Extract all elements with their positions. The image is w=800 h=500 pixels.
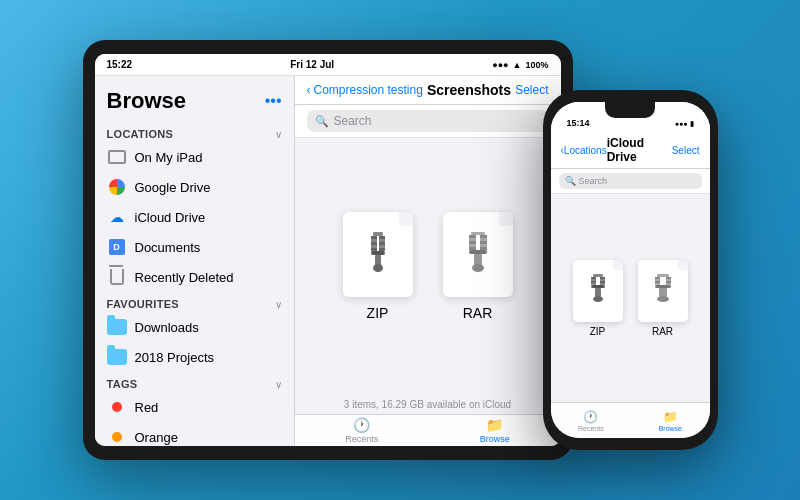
- rar-file-icon: [443, 212, 513, 297]
- iphone-tab-browse[interactable]: 📁 Browse: [659, 410, 682, 432]
- tab-browse[interactable]: 📁 Browse: [480, 417, 510, 444]
- ipad-time: 15:22: [107, 59, 133, 70]
- ipad-date: Fri 12 Jul: [290, 59, 334, 70]
- svg-point-13: [373, 264, 383, 272]
- search-bar: 🔍 Search: [295, 105, 561, 138]
- recents-icon: 🕐: [353, 417, 370, 433]
- sidebar-item-label: Orange: [135, 430, 178, 445]
- sidebar-item-tag-orange[interactable]: Orange: [95, 422, 294, 446]
- ipad-device: 15:22 Fri 12 Jul ●●● ▲ 100% Browse ••• L…: [83, 40, 573, 460]
- main-content: ‹ Compression testing Screenshots Select…: [295, 76, 561, 446]
- iphone-status-icons: ●●● ▮: [675, 120, 694, 128]
- sidebar-item-on-my-ipad[interactable]: On My iPad: [95, 142, 294, 172]
- svg-point-51: [657, 296, 669, 302]
- iphone-zip-name: ZIP: [590, 326, 606, 337]
- iphone-select-button[interactable]: Select: [672, 145, 700, 156]
- section-favourites-label: Favourites: [107, 298, 179, 310]
- iphone-back-button[interactable]: ‹ Locations: [561, 145, 607, 156]
- svg-rect-20: [480, 241, 487, 244]
- select-button[interactable]: Select: [515, 83, 548, 97]
- sidebar-item-google-drive[interactable]: Google Drive: [95, 172, 294, 202]
- ipad-status-right: ●●● ▲ 100%: [492, 60, 548, 70]
- folder-icon: [107, 347, 127, 367]
- svg-rect-25: [469, 250, 487, 254]
- red-tag-icon: [107, 397, 127, 417]
- iphone-file-item-rar[interactable]: RAR: [638, 260, 688, 337]
- browse-icon: 📁: [486, 417, 503, 433]
- svg-rect-19: [469, 241, 476, 244]
- svg-rect-6: [379, 242, 385, 245]
- svg-point-27: [472, 264, 484, 272]
- section-favourites-header: Favourites ∨: [95, 292, 294, 312]
- files-grid: ZIP: [295, 138, 561, 395]
- svg-rect-16: [480, 235, 487, 238]
- svg-rect-46: [666, 281, 671, 283]
- svg-rect-22: [480, 244, 487, 247]
- svg-rect-45: [655, 281, 660, 283]
- file-item-zip[interactable]: ZIP: [343, 212, 413, 321]
- svg-rect-10: [379, 248, 385, 251]
- iphone-browse-label: Browse: [659, 425, 682, 432]
- svg-rect-42: [666, 277, 671, 279]
- sidebar-item-documents[interactable]: D Documents: [95, 232, 294, 262]
- iphone-search-input[interactable]: 🔍 Search: [559, 173, 702, 189]
- iphone-rar-graphic: [652, 271, 674, 311]
- signal-icon: ●●●: [492, 60, 508, 70]
- ipad-content-area: Browse ••• Locations ∨ On My iPad Google…: [95, 76, 561, 446]
- iphone-battery-icon: ▮: [690, 120, 694, 128]
- chevron-down-icon: ∨: [275, 379, 282, 390]
- iphone-browse-icon: 📁: [663, 410, 678, 424]
- iphone-file-item-zip[interactable]: ZIP: [573, 260, 623, 337]
- search-input-container[interactable]: 🔍 Search: [307, 110, 549, 132]
- folder-icon: [107, 317, 127, 337]
- svg-rect-29: [591, 277, 596, 279]
- tab-browse-label: Browse: [480, 434, 510, 444]
- section-tags-label: Tags: [107, 378, 138, 390]
- iphone-search-bar: 🔍 Search: [551, 169, 710, 194]
- sidebar-item-recently-deleted[interactable]: Recently Deleted: [95, 262, 294, 292]
- icloud-icon: ☁: [107, 207, 127, 227]
- svg-rect-48: [666, 283, 671, 285]
- iphone-screen: 15:14 ●●● ▮ ‹ Locations iCloud Drive Sel…: [551, 102, 710, 438]
- svg-rect-21: [469, 244, 476, 247]
- svg-rect-49: [655, 285, 671, 288]
- iphone-time: 15:14: [567, 118, 590, 128]
- svg-rect-32: [600, 279, 605, 281]
- iphone-tab-recents[interactable]: 🕐 Recents: [578, 410, 604, 432]
- svg-rect-9: [371, 248, 377, 251]
- tab-recents[interactable]: 🕐 Recents: [345, 417, 378, 444]
- ipad-icon: [107, 147, 127, 167]
- file-item-rar[interactable]: RAR: [443, 212, 513, 321]
- sidebar-item-tag-red[interactable]: Red: [95, 392, 294, 422]
- sidebar-item-2018-projects[interactable]: 2018 Projects: [95, 342, 294, 372]
- svg-rect-38: [595, 288, 601, 297]
- iphone-device: 15:14 ●●● ▮ ‹ Locations iCloud Drive Sel…: [543, 90, 718, 450]
- google-drive-icon: [107, 177, 127, 197]
- iphone-bottom-bar: 🕐 Recents 📁 Browse: [551, 402, 710, 438]
- iphone-zip-graphic: [584, 271, 612, 311]
- svg-rect-7: [371, 245, 377, 248]
- chevron-down-icon: ∨: [275, 299, 282, 310]
- search-icon: 🔍: [315, 115, 329, 128]
- svg-rect-1: [371, 236, 377, 239]
- sidebar-item-label: Recently Deleted: [135, 270, 234, 285]
- svg-rect-11: [371, 251, 385, 255]
- ipad-bottom-bar: 🕐 Recents 📁 Browse: [295, 414, 561, 446]
- svg-rect-4: [379, 239, 385, 242]
- ipad-screen: 15:22 Fri 12 Jul ●●● ▲ 100% Browse ••• L…: [95, 54, 561, 446]
- nav-title: Screenshots: [427, 82, 511, 98]
- sidebar-item-downloads[interactable]: Downloads: [95, 312, 294, 342]
- sidebar-title: Browse: [107, 88, 186, 114]
- sidebar-header: Browse •••: [95, 84, 294, 122]
- iphone-search-placeholder: Search: [579, 176, 608, 186]
- battery-icon: 100%: [525, 60, 548, 70]
- nav-back-button[interactable]: ‹ Compression testing: [307, 83, 423, 97]
- main-nav: ‹ Compression testing Screenshots Select: [295, 76, 561, 105]
- svg-rect-3: [371, 239, 377, 242]
- iphone-files-grid: ZIP: [551, 194, 710, 402]
- svg-rect-34: [600, 281, 605, 283]
- sidebar-more-icon[interactable]: •••: [265, 92, 282, 110]
- iphone-rar-icon: [638, 260, 688, 322]
- sidebar-item-icloud-drive[interactable]: ☁ iCloud Drive: [95, 202, 294, 232]
- chevron-down-icon: ∨: [275, 129, 282, 140]
